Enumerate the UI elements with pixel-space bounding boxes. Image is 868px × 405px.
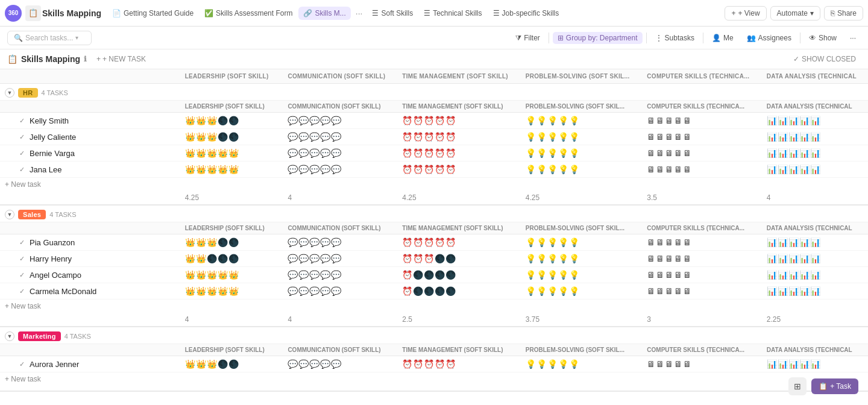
group-row-hr[interactable]: ▼ HR 4 TASKS: [0, 84, 868, 101]
time-management-cell[interactable]: ⏰⏰⏰⏰⏰: [397, 356, 520, 372]
collapse-icon[interactable]: ▼: [5, 88, 14, 98]
more-options-button[interactable]: ···: [845, 32, 861, 44]
computer-skills-cell[interactable]: 🖥🖥🖥🖥🖥: [642, 251, 762, 267]
problem-solving-cell[interactable]: 💡💡💡💡💡: [521, 283, 643, 300]
leadership-cell[interactable]: 👑👑👑👑👑: [180, 145, 283, 162]
time-management-cell[interactable]: ⏰🌑🌑🌑🌑: [397, 267, 520, 283]
nav-tab-job-specific[interactable]: ☰ Job-specific Skills: [488, 7, 564, 20]
nav-more-button[interactable]: ···: [352, 6, 366, 20]
communication-cell[interactable]: 💬💬💬💬💬: [283, 234, 397, 251]
problem-solving-cell[interactable]: 💡💡💡💡💡: [521, 129, 643, 145]
nav-tab-assessment-form[interactable]: ✅ Skills Assessment Form: [200, 7, 297, 20]
search-box[interactable]: 🔍 Search tasks... ▾: [7, 31, 92, 45]
problem-solving-cell[interactable]: 💡💡💡💡💡: [521, 162, 643, 178]
time-management-cell[interactable]: ⏰⏰⏰🌑🌑: [397, 251, 520, 267]
computer-skills-cell[interactable]: 🖥🖥🖥🖥🖥: [642, 162, 762, 178]
show-button[interactable]: 👁 Show: [804, 32, 841, 44]
problem-solving-cell[interactable]: 💡💡💡💡💡: [521, 267, 643, 283]
task-row[interactable]: ✓ Bernie Varga 👑👑👑👑👑 💬💬💬💬💬 ⏰⏰⏰⏰⏰ 💡💡💡💡💡 🖥…: [0, 145, 868, 162]
new-task-row-marketing[interactable]: + New task: [0, 372, 868, 386]
data-analysis-cell[interactable]: 📊📊📊📊📊: [762, 162, 868, 178]
new-task-row-hr[interactable]: + New task: [0, 178, 868, 192]
task-row[interactable]: ✓ Harry Henry 👑👑🌑🌑🌑 💬💬💬💬💬 ⏰⏰⏰🌑🌑 💡💡💡💡💡 🖥🖥…: [0, 251, 868, 267]
app-logo: 360: [5, 5, 22, 22]
leadership-cell[interactable]: 👑👑🌑🌑🌑: [180, 251, 283, 267]
time-management-cell[interactable]: ⏰⏰⏰⏰⏰: [397, 234, 520, 251]
computer-skills-cell[interactable]: 🖥🖥🖥🖥🖥: [642, 113, 762, 129]
communication-cell[interactable]: 💬💬💬💬💬: [283, 145, 397, 162]
communication-cell[interactable]: 💬💬💬💬💬: [283, 162, 397, 178]
info-icon[interactable]: ℹ: [84, 55, 87, 63]
time-management-cell[interactable]: ⏰🌑🌑🌑🌑: [397, 283, 520, 300]
search-icon: 🔍: [14, 34, 23, 42]
problem-solving-cell[interactable]: 💡💡💡💡💡: [521, 356, 643, 372]
group-row-sales[interactable]: ▼ Sales 4 TASKS: [0, 205, 868, 222]
task-row[interactable]: ✓ Jelly Caliente 👑👑👑🌑🌑 💬💬💬💬💬 ⏰⏰⏰⏰⏰ 💡💡💡💡💡…: [0, 129, 868, 145]
task-row[interactable]: ✓ Kelly Smith 👑👑👑🌑🌑 💬💬💬💬💬 ⏰⏰⏰⏰⏰ 💡💡💡💡💡 🖥🖥…: [0, 113, 868, 129]
time-management-cell[interactable]: ⏰⏰⏰⏰⏰: [397, 162, 520, 178]
task-row[interactable]: ✓ Carmela McDonald 👑👑👑👑👑 💬💬💬💬💬 ⏰🌑🌑🌑🌑 💡💡💡…: [0, 283, 868, 300]
leadership-cell[interactable]: 👑👑👑🌑🌑: [180, 113, 283, 129]
nav-tab-getting-started[interactable]: 📄 Getting Started Guide: [107, 7, 198, 20]
problem-solving-cell[interactable]: 💡💡💡💡💡: [521, 234, 643, 251]
communication-cell[interactable]: 💬💬💬💬💬: [283, 283, 397, 300]
computer-skills-cell[interactable]: 🖥🖥🖥🖥🖥: [642, 283, 762, 300]
data-analysis-cell[interactable]: 📊📊📊📊📊: [762, 267, 868, 283]
automate-button[interactable]: Automate ▾: [770, 6, 820, 20]
view-button[interactable]: + + View: [725, 6, 766, 20]
computer-skills-cell[interactable]: 🖥🖥🖥🖥🖥: [642, 356, 762, 372]
time-management-cell[interactable]: ⏰⏰⏰⏰⏰: [397, 145, 520, 162]
group-row-marketing[interactable]: ▼ Marketing 4 TASKS: [0, 327, 868, 344]
leadership-cell[interactable]: 👑👑👑👑👑: [180, 162, 283, 178]
data-analysis-cell[interactable]: 📊📊📊📊📊: [762, 145, 868, 162]
subtasks-button[interactable]: ⋮ Subtasks: [650, 32, 699, 44]
computer-skills-cell[interactable]: 🖥🖥🖥🖥🖥: [642, 234, 762, 251]
communication-cell[interactable]: 💬💬💬💬💬: [283, 251, 397, 267]
add-task-button[interactable]: 📋 + Task: [811, 378, 858, 394]
group-by-button[interactable]: ⊞ Group by: Department: [553, 32, 643, 44]
computer-skills-cell[interactable]: 🖥🖥🖥🖥🖥: [642, 145, 762, 162]
data-analysis-cell[interactable]: 📊📊📊📊📊: [762, 113, 868, 129]
task-row[interactable]: ✓ Jana Lee 👑👑👑👑👑 💬💬💬💬💬 ⏰⏰⏰⏰⏰ 💡💡💡💡💡 🖥🖥🖥🖥🖥…: [0, 162, 868, 178]
time-management-cell[interactable]: ⏰⏰⏰⏰⏰: [397, 129, 520, 145]
share-button[interactable]: ⎘ Share: [824, 6, 863, 20]
table-body: ▼ HR 4 TASKS LEADERSHIP (SOFT SKILL) COM…: [0, 84, 868, 392]
check-form-icon: ✅: [204, 9, 213, 17]
data-analysis-cell[interactable]: 📊📊📊📊📊: [762, 356, 868, 372]
collapse-icon[interactable]: ▼: [5, 331, 14, 341]
nav-tab-technical-skills[interactable]: ☰ Technical Skills: [419, 7, 486, 20]
problem-solving-cell[interactable]: 💡💡💡💡💡: [521, 113, 643, 129]
task-row[interactable]: ✓ Aurora Jenner 👑👑👑🌑🌑 💬💬💬💬💬 ⏰⏰⏰⏰⏰ 💡💡💡💡💡 …: [0, 356, 868, 372]
leadership-cell[interactable]: 👑👑👑👑👑: [180, 283, 283, 300]
problem-solving-cell[interactable]: 💡💡💡💡💡: [521, 251, 643, 267]
communication-cell[interactable]: 💬💬💬💬💬: [283, 356, 397, 372]
collapse-icon[interactable]: ▼: [5, 210, 14, 219]
assignees-button[interactable]: 👥 Assignees: [742, 32, 796, 44]
grid-view-button[interactable]: ⊞: [788, 377, 807, 395]
communication-cell[interactable]: 💬💬💬💬💬: [283, 113, 397, 129]
problem-solving-cell[interactable]: 💡💡💡💡💡: [521, 145, 643, 162]
leadership-cell[interactable]: 👑👑👑👑👑: [180, 267, 283, 283]
nav-tab-soft-skills[interactable]: ☰ Soft Skills: [367, 7, 418, 20]
data-analysis-cell[interactable]: 📊📊📊📊📊: [762, 251, 868, 267]
show-closed-button[interactable]: ✓ SHOW CLOSED: [788, 53, 861, 65]
leadership-cell[interactable]: 👑👑👑🌑🌑: [180, 234, 283, 251]
computer-skills-cell[interactable]: 🖥🖥🖥🖥🖥: [642, 267, 762, 283]
data-analysis-cell[interactable]: 📊📊📊📊📊: [762, 283, 868, 300]
nav-tab-skills-m[interactable]: 🔗 Skills M...: [298, 7, 350, 20]
leadership-cell[interactable]: 👑👑👑🌑🌑: [180, 356, 283, 372]
time-management-cell[interactable]: ⏰⏰⏰⏰⏰: [397, 113, 520, 129]
toolbar-divider: [549, 33, 549, 43]
new-task-button[interactable]: + + NEW TASK: [92, 53, 151, 65]
computer-skills-cell[interactable]: 🖥🖥🖥🖥🖥: [642, 129, 762, 145]
data-analysis-cell[interactable]: 📊📊📊📊📊: [762, 129, 868, 145]
task-row[interactable]: ✓ Angel Ocampo 👑👑👑👑👑 💬💬💬💬💬 ⏰🌑🌑🌑🌑 💡💡💡💡💡 🖥…: [0, 267, 868, 283]
leadership-cell[interactable]: 👑👑👑🌑🌑: [180, 129, 283, 145]
communication-cell[interactable]: 💬💬💬💬💬: [283, 129, 397, 145]
me-button[interactable]: 👤 Me: [707, 32, 738, 44]
data-analysis-cell[interactable]: 📊📊📊📊📊: [762, 234, 868, 251]
new-task-row-sales[interactable]: + New task: [0, 300, 868, 313]
communication-cell[interactable]: 💬💬💬💬💬: [283, 267, 397, 283]
filter-button[interactable]: ⧩ Filter: [511, 32, 545, 44]
task-row[interactable]: ✓ Pia Guanzon 👑👑👑🌑🌑 💬💬💬💬💬 ⏰⏰⏰⏰⏰ 💡💡💡💡💡 🖥🖥…: [0, 234, 868, 251]
